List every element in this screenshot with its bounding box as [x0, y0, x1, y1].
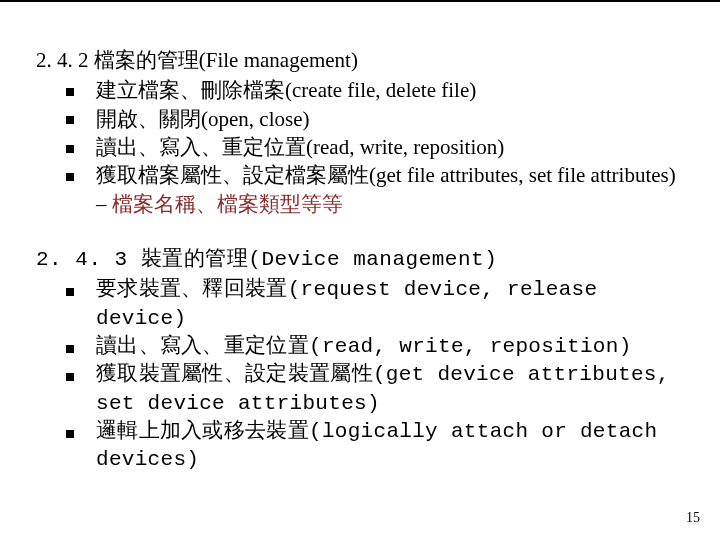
heading-243: 2. 4. 3 裝置的管理(Device management) [36, 246, 684, 274]
slide-page: 2. 4. 2 檔案的管理(File management) 建立檔案、刪除檔案… [0, 0, 720, 540]
list-item: 讀出、寫入、重定位置(read, write, reposition) [66, 333, 684, 361]
list-item: 建立檔案、刪除檔案(create file, delete file) [66, 76, 684, 104]
section-243: 2. 4. 3 裝置的管理(Device management) 要求裝置、釋回… [36, 246, 684, 475]
item-text: 開啟、關閉(open, close) [96, 107, 309, 131]
section-242: 2. 4. 2 檔案的管理(File management) 建立檔案、刪除檔案… [36, 46, 684, 218]
item-text: 獲取裝置屬性、設定裝置屬性(get device attributes, set… [96, 363, 670, 414]
item-text: 邏輯上加入或移去裝置(logically attach or detach de… [96, 420, 657, 471]
item-text: 建立檔案、刪除檔案(create file, delete file) [96, 78, 476, 102]
item-text: 要求裝置、釋回裝置(request device, release device… [96, 278, 597, 329]
list-item: 要求裝置、釋回裝置(request device, release device… [66, 276, 684, 333]
list-item: 獲取檔案屬性、設定檔案屬性(get file attributes, set f… [66, 161, 684, 218]
list-item: 讀出、寫入、重定位置(read, write, reposition) [66, 133, 684, 161]
list-item: 邏輯上加入或移去裝置(logically attach or detach de… [66, 418, 684, 475]
list-item: 開啟、關閉(open, close) [66, 105, 684, 133]
heading-242: 2. 4. 2 檔案的管理(File management) [36, 46, 684, 74]
item-text: 讀出、寫入、重定位置(read, write, reposition) [96, 335, 632, 358]
item-text: 讀出、寫入、重定位置(read, write, reposition) [96, 135, 504, 159]
item-text-maroon: 檔案名稱、檔案類型等等 [112, 192, 343, 216]
page-number: 15 [686, 509, 700, 528]
list-243: 要求裝置、釋回裝置(request device, release device… [36, 276, 684, 474]
list-242: 建立檔案、刪除檔案(create file, delete file) 開啟、關… [36, 76, 684, 218]
list-item: 獲取裝置屬性、設定裝置屬性(get device attributes, set… [66, 361, 684, 418]
